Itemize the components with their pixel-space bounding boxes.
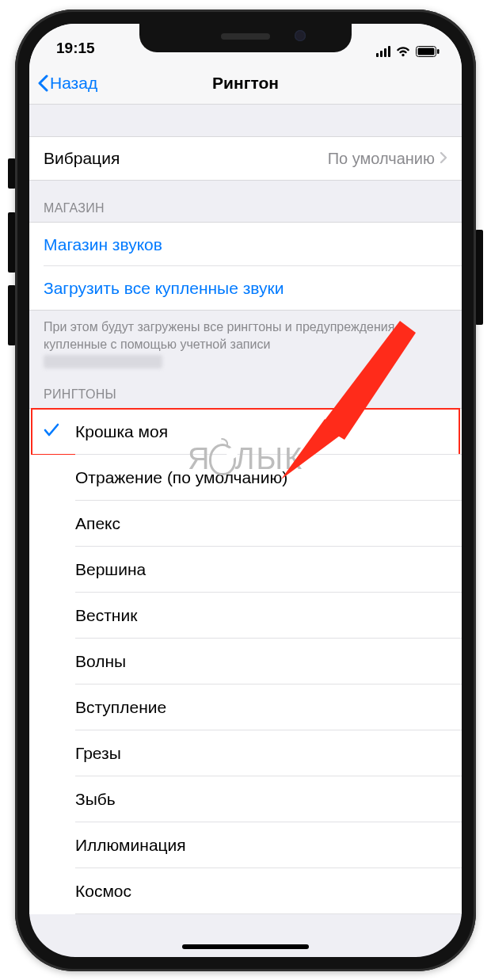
download-purchased-label: Загрузить все купленные звуки [44,279,284,298]
tone-store-label: Магазин звуков [44,235,162,254]
chevron-right-icon [440,149,447,168]
notch [139,24,352,52]
home-indicator[interactable] [182,944,309,949]
vibration-value: По умолчанию [328,150,440,168]
screen: 19:15 Назад Рингтон [29,24,462,957]
ringtone-label: Отражение (по умолчанию) [75,468,287,487]
tone-store-row[interactable]: Магазин звуков [29,222,462,266]
ringtone-label: Крошка моя [75,422,168,441]
ringtone-label: Зыбь [75,790,116,809]
download-purchased-row[interactable]: Загрузить все купленные звуки [29,266,462,311]
ringtone-label: Вступление [75,698,166,717]
cellular-icon [376,46,390,57]
ringtones-list: Крошка мояОтражение (по умолчанию)АпексВ… [29,408,462,914]
ringtone-label: Космос [75,882,131,901]
ringtone-label: Иллюминация [75,836,186,855]
vibration-label: Вибрация [44,149,120,168]
power-button [475,230,483,325]
earpiece [221,33,270,40]
store-footer-text: При этом будут загружены все рингтоны и … [44,320,398,351]
ringtone-row[interactable]: Вестник [29,593,462,639]
wifi-icon [395,46,411,57]
ringtone-row[interactable]: Иллюминация [29,822,462,868]
navigation-bar: Назад Рингтон [29,62,462,105]
store-footer: При этом будут загружены все рингтоны и … [29,311,462,373]
ringtone-row[interactable]: Грезы [29,730,462,776]
phone-frame: 19:15 Назад Рингтон [15,10,476,971]
ringtone-label: Апекс [75,514,120,533]
ringtone-row[interactable]: Отражение (по умолчанию) [29,455,462,501]
account-email-redacted [44,355,162,368]
ringtone-row[interactable]: Крошка моя [29,409,462,455]
store-section-header: МАГАЗИН [29,181,462,222]
ringtone-label: Грезы [75,744,121,763]
ringtone-row[interactable]: Вершина [29,547,462,593]
ringtone-label: Волны [75,652,126,671]
check-icon [44,422,59,441]
ringtone-row[interactable]: Зыбь [29,776,462,822]
ringtones-section-header: РИНГТОНЫ [29,373,462,408]
battery-icon [416,46,440,57]
ringtone-label: Вестник [75,606,137,625]
vibration-row[interactable]: Вибрация По умолчанию [29,136,462,181]
front-camera [295,30,306,41]
svg-rect-2 [437,49,440,54]
ringtone-row[interactable]: Вступление [29,684,462,730]
clock: 19:15 [56,40,95,57]
ringtone-row[interactable]: Апекс [29,501,462,547]
ringtone-row[interactable]: Космос [29,868,462,914]
ringtone-label: Вершина [75,560,146,579]
svg-rect-1 [418,48,435,55]
ringtone-row[interactable]: Волны [29,639,462,684]
page-title: Рингтон [29,74,462,93]
